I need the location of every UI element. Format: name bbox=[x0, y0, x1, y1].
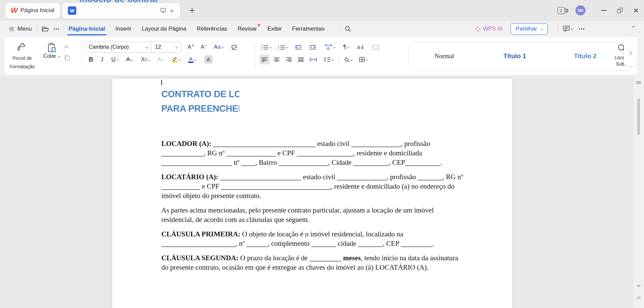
italic-button[interactable]: I bbox=[99, 54, 105, 65]
text-frame-button[interactable] bbox=[371, 42, 380, 52]
close-button[interactable]: × bbox=[628, 0, 644, 21]
avatar[interactable]: NN bbox=[575, 5, 586, 15]
share-button[interactable]: Partilhar bbox=[511, 23, 548, 35]
titlebar: W Página Inicial W modelo-de-contrato-de… bbox=[0, 0, 644, 21]
dashed-frame-icon bbox=[372, 45, 379, 49]
search-button[interactable] bbox=[345, 26, 351, 32]
more-quick-actions-button[interactable] bbox=[54, 28, 55, 29]
format-painter-icon bbox=[17, 42, 27, 53]
bold-button[interactable]: B bbox=[87, 54, 95, 65]
ribbon-tab-referencias[interactable]: Referências bbox=[197, 21, 227, 37]
shading-button[interactable] bbox=[341, 54, 354, 65]
clipboard-group: Colar ✂ bbox=[40, 37, 80, 75]
paragraph-clausula-primeira: CLÁUSULA PRIMEIRA: O objeto de locação é… bbox=[161, 229, 463, 248]
increase-indent-button[interactable] bbox=[307, 42, 318, 52]
bullet-list-button[interactable] bbox=[259, 42, 273, 52]
increase-font-size-button[interactable]: A+ bbox=[186, 42, 196, 52]
superscript-button[interactable]: X2 bbox=[139, 54, 151, 65]
window-switcher-button[interactable]: 1 bbox=[558, 7, 568, 14]
highlight-swatch bbox=[172, 61, 177, 63]
chevron-right-icon bbox=[628, 51, 632, 55]
ruler-toggle-button[interactable] bbox=[635, 79, 642, 86]
document-page[interactable]: CONTRATO DE LOCAÇÃO DE IMÓVEL RESIDENCIA… bbox=[112, 78, 512, 308]
svg-text:A: A bbox=[357, 45, 360, 50]
cut-button[interactable]: ✂ bbox=[64, 44, 71, 50]
clear-formatting-button[interactable] bbox=[229, 42, 239, 52]
restore-button[interactable] bbox=[612, 0, 628, 21]
style-titulo-1[interactable]: Título 1 bbox=[480, 42, 550, 70]
font-color-button[interactable]: A bbox=[187, 54, 198, 65]
ribbon-tab-exibir[interactable]: Exibir bbox=[268, 21, 282, 37]
ribbon-tab-pagina-inicial[interactable]: Página Inicial bbox=[69, 21, 105, 37]
paste-button[interactable]: Colar bbox=[40, 42, 64, 75]
sort-button[interactable]: A bbox=[355, 42, 366, 52]
character-shading-button[interactable]: A bbox=[203, 54, 214, 65]
ribbon-tab-layout-da-pagina[interactable]: Layout da Página bbox=[142, 21, 186, 37]
ribbon-tab-revisar[interactable]: Revisar bbox=[238, 21, 257, 37]
ribbon-tab-ferramentas[interactable]: Ferramentas bbox=[292, 21, 324, 37]
decrease-font-size-button[interactable]: A− bbox=[199, 42, 209, 52]
ribbon-tab-inserir[interactable]: Inserir bbox=[116, 21, 131, 37]
document-area: CONTRATO DE LOCAÇÃO DE IMÓVEL RESIDENCIA… bbox=[0, 76, 644, 308]
document-body: LOCADOR (A): ___________________________… bbox=[161, 139, 463, 272]
decrease-indent-button[interactable] bbox=[293, 42, 304, 52]
open-file-button[interactable] bbox=[42, 26, 49, 32]
divider bbox=[338, 56, 338, 63]
character-scaling-button[interactable]: A bbox=[323, 42, 337, 52]
format-painter-button[interactable]: Pincel de Formatação bbox=[5, 37, 40, 75]
justify-button[interactable] bbox=[296, 54, 306, 65]
previous-page-button[interactable] bbox=[635, 283, 642, 290]
minimize-button[interactable] bbox=[596, 0, 612, 21]
menu-label: Menu bbox=[17, 26, 32, 32]
chevron-down-icon bbox=[286, 46, 288, 48]
chevron-down-icon bbox=[131, 58, 133, 61]
next-page-button[interactable] bbox=[635, 294, 642, 301]
highlight-color-button[interactable] bbox=[170, 54, 182, 65]
chevron-down-icon bbox=[175, 46, 178, 48]
vertical-scrollbar[interactable] bbox=[633, 76, 644, 308]
group-divider bbox=[255, 42, 255, 70]
more-options-button[interactable] bbox=[579, 28, 580, 29]
change-case-button[interactable]: Aa bbox=[212, 42, 225, 52]
decrease-indent-icon bbox=[295, 45, 302, 50]
expand-ribbon-button[interactable] bbox=[624, 40, 636, 66]
comments-button[interactable] bbox=[563, 26, 573, 32]
align-right-icon bbox=[285, 57, 292, 62]
align-right-button[interactable] bbox=[284, 54, 294, 65]
hamburger-icon bbox=[9, 27, 14, 31]
numbered-list-button[interactable]: 123 bbox=[276, 42, 290, 52]
copy-button[interactable] bbox=[64, 54, 71, 62]
main-menu-button[interactable]: Menu bbox=[9, 26, 32, 32]
paragraph-group: 123 bbox=[257, 37, 401, 75]
document-heading: CONTRATO DE LOCAÇÃO DE IMÓVEL RESIDENCIA… bbox=[161, 87, 239, 116]
format-painter-label-2: Formatação bbox=[10, 64, 35, 70]
tab-pagina-inicial[interactable]: W Página Inicial bbox=[5, 3, 60, 18]
paint-bucket-icon bbox=[343, 57, 350, 63]
align-center-button[interactable] bbox=[272, 54, 282, 65]
monitor-icon bbox=[160, 8, 166, 13]
align-left-icon bbox=[261, 57, 268, 62]
tab-document[interactable]: W modelo-de-contrato-de-alugu × bbox=[63, 3, 180, 18]
borders-icon bbox=[359, 57, 365, 62]
chevron-down-icon bbox=[58, 55, 61, 57]
style-normal[interactable]: Normal bbox=[409, 42, 480, 70]
underline-button[interactable]: U bbox=[110, 54, 120, 65]
paste-icon bbox=[47, 42, 56, 53]
align-left-button[interactable] bbox=[259, 54, 270, 65]
line-spacing-button[interactable] bbox=[322, 54, 335, 65]
wps-ai-button[interactable]: WPS AI bbox=[475, 26, 503, 32]
paragraph-partes: As partes acima mencionadas, pelo presen… bbox=[161, 205, 463, 224]
notification-dot bbox=[258, 24, 260, 26]
scrollbar-thumb[interactable] bbox=[637, 99, 640, 135]
borders-button[interactable] bbox=[357, 54, 369, 65]
new-tab-button[interactable]: + bbox=[187, 6, 197, 15]
font-size-select[interactable]: 12 bbox=[152, 42, 181, 53]
distribute-button[interactable] bbox=[308, 54, 319, 65]
close-document-tab-icon[interactable]: × bbox=[169, 7, 174, 14]
distribute-icon bbox=[310, 57, 317, 62]
paragraph-marks-button[interactable]: ¶ bbox=[341, 42, 351, 52]
strikethrough-button[interactable]: A bbox=[125, 54, 134, 65]
line-spacing-icon bbox=[324, 57, 331, 62]
font-name-select[interactable]: Cambria (Corpo) bbox=[85, 42, 152, 53]
text-effects-button[interactable]: A bbox=[156, 54, 165, 65]
